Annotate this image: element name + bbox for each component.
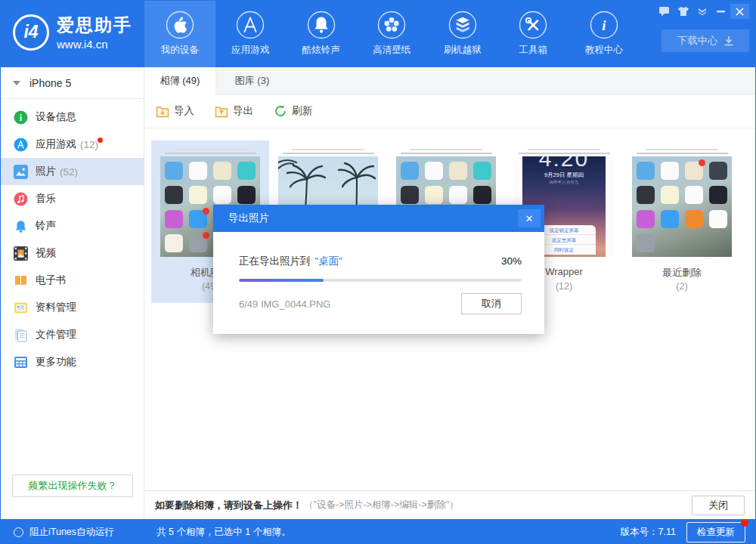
app-icon	[165, 162, 183, 180]
update-notification-dot	[741, 519, 748, 527]
app-icon	[237, 186, 256, 204]
tab-albums[interactable]: 相簿 (49)	[144, 67, 216, 94]
app-icon	[661, 162, 679, 180]
bell-icon	[307, 11, 336, 39]
sidebar-item-data-management[interactable]: 资料管理	[1, 294, 144, 321]
app-icon	[637, 210, 655, 228]
nav-item-tutorials[interactable]: i 教程中心	[569, 1, 640, 67]
tab-gallery[interactable]: 图库 (3)	[216, 67, 288, 94]
app-icon	[449, 162, 467, 180]
dialog-close-icon[interactable]: ✕	[518, 209, 541, 227]
sidebar-item-label: 资料管理	[36, 301, 76, 314]
app-icon	[637, 162, 655, 180]
nav-label: 酷炫铃声	[302, 44, 340, 57]
sidebar-item-label: 设备信息	[36, 110, 76, 124]
appstore-blue-icon	[14, 138, 28, 152]
app-icon	[449, 186, 467, 204]
app-icon	[165, 234, 183, 252]
refresh-label: 刷新	[292, 104, 312, 118]
album-stack-line	[410, 149, 482, 150]
app-icon	[637, 234, 655, 252]
bell-blue-icon	[14, 219, 28, 233]
nav-label: 应用游戏	[231, 44, 269, 57]
sidebar-item-label: 更多功能	[36, 355, 76, 369]
sidebar-item-label: 应用游戏	[36, 138, 76, 151]
sidebar-item-music[interactable]: 音乐	[1, 185, 144, 212]
notification-dot	[98, 138, 103, 143]
sidebar-item-more-functions[interactable]: 更多功能	[1, 348, 144, 376]
album-name: Wrapper	[545, 266, 583, 278]
sidebar-item-apps[interactable]: 应用游戏 (12)	[1, 131, 144, 158]
check-update-label: 检查更新	[697, 527, 735, 537]
sidebar-item-file-management[interactable]: 文件管理	[1, 321, 144, 348]
nav-item-wallpapers[interactable]: 高清壁纸	[357, 1, 428, 67]
sidebar-item-label: 视频	[36, 246, 56, 260]
export-button[interactable]: 导出	[215, 104, 253, 118]
nav-item-my-devices[interactable]: 我的设备	[144, 1, 215, 67]
album-name: 最近删除	[662, 266, 702, 278]
data-card-icon	[14, 301, 28, 315]
album-count: (12)	[556, 281, 572, 292]
import-label: 导入	[174, 104, 194, 118]
apple-icon	[166, 11, 194, 39]
check-update-button[interactable]: 检查更新	[686, 522, 745, 542]
info-icon: i	[590, 11, 618, 39]
app-icon	[709, 210, 727, 228]
brand-logo: i4 爱思助手 www.i4.cn	[13, 14, 132, 51]
download-center-button[interactable]: 下载中心	[662, 29, 749, 52]
nav-item-apps-games[interactable]: 应用游戏	[215, 1, 287, 67]
refresh-button[interactable]: 刷新	[274, 104, 312, 118]
nav-item-jailbreak[interactable]: 刷机越狱	[427, 1, 498, 67]
nav-label: 教程中心	[585, 44, 623, 57]
sidebar-list: i 设备信息 应用游戏 (12) 照片 (52) 音乐	[1, 104, 144, 376]
device-selector[interactable]: iPhone 5	[1, 67, 144, 99]
album-stack-line	[292, 149, 364, 150]
svg-text:i: i	[602, 17, 606, 33]
notice-close-button[interactable]: 关闭	[692, 496, 745, 515]
progress-fill	[239, 279, 324, 282]
grid-icon	[14, 355, 28, 369]
feedback-icon[interactable]	[655, 4, 674, 19]
app-icon	[425, 162, 443, 180]
tab-bar: 相簿 (49) 图库 (3)	[144, 67, 755, 94]
music-icon	[14, 192, 28, 206]
minimize-icon[interactable]	[711, 4, 730, 19]
status-bar: 阻止iTunes自动运行 共 5 个相簿，已选中 1 个相簿。 版本号：7.11…	[1, 519, 755, 544]
radio-circle-icon	[14, 527, 23, 537]
app-window: i4 爱思助手 www.i4.cn 我的设备 应用游戏 酷炫铃声 高清壁纸	[0, 0, 756, 544]
block-itunes-toggle[interactable]: 阻止iTunes自动运行	[1, 526, 144, 539]
download-icon	[723, 36, 734, 46]
notice-detail: （"设备->照片->相簿->编辑->删除"）	[304, 499, 459, 512]
operation-failed-help-button[interactable]: 频繁出现操作失败？	[12, 474, 133, 497]
progress-percent: 30%	[501, 255, 522, 267]
dialog-header[interactable]: 导出照片 ✕	[213, 205, 544, 232]
close-icon[interactable]	[730, 4, 749, 19]
i4-logo-icon: i4	[13, 14, 49, 51]
sidebar-item-ringtones[interactable]: 铃声	[1, 212, 144, 240]
box-icon	[448, 11, 477, 39]
sidebar-item-photos[interactable]: 照片 (52)	[1, 158, 144, 185]
import-button[interactable]: 导入	[156, 104, 194, 118]
nav-item-ringtones[interactable]: 酷炫铃声	[286, 1, 357, 67]
notice-bar: 如要删除相簿，请到设备上操作！ （"设备->照片->相簿->编辑->删除"） 关…	[144, 490, 755, 519]
export-destination: "桌面"	[315, 255, 343, 268]
current-file-label: 6/49 IMG_0044.PNG	[239, 298, 330, 310]
skin-icon[interactable]	[674, 4, 692, 19]
sidebar-item-videos[interactable]: 视频	[1, 240, 144, 267]
app-icon	[685, 162, 703, 180]
app-icon	[213, 186, 231, 204]
files-icon	[14, 328, 28, 342]
album-count: (2)	[676, 281, 687, 292]
album-stack-line	[401, 153, 492, 154]
app-icon	[685, 210, 703, 228]
sidebar-item-label: 音乐	[36, 192, 56, 206]
sidebar-item-ebooks[interactable]: 电子书	[1, 267, 144, 294]
export-label: 导出	[233, 104, 253, 118]
lock-date: 9月29日 星期四	[522, 172, 606, 179]
sidebar-item-device-info[interactable]: i 设备信息	[1, 104, 144, 131]
album-recently-deleted[interactable]: 最近删除 (2)	[623, 141, 741, 303]
nav-item-toolbox[interactable]: 工具箱	[498, 1, 569, 67]
collapse-icon[interactable]	[692, 4, 711, 19]
app-icon	[189, 186, 207, 204]
cancel-button[interactable]: 取消	[461, 293, 522, 314]
